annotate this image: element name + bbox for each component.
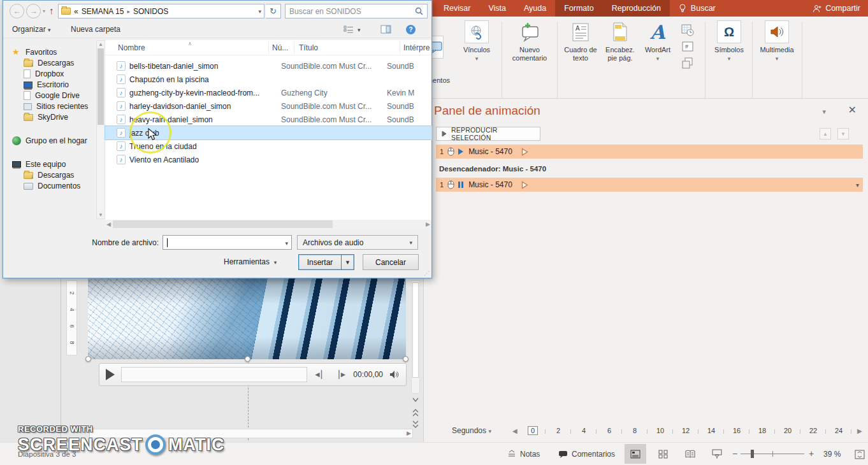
date-time-button[interactable]: [678, 22, 697, 38]
insert-button-label[interactable]: Insertar: [299, 255, 341, 269]
animation-item-row[interactable]: 1Music - 5470▾: [436, 178, 863, 192]
next-slide-button[interactable]: [411, 419, 420, 429]
resize-handle[interactable]: [85, 356, 91, 362]
tools-menu[interactable]: Herramientas ▾: [224, 257, 277, 266]
scroll-up-arrow[interactable]: ▲: [97, 41, 105, 47]
search-input[interactable]: Buscar en SONIDOS: [285, 4, 428, 18]
ribbon-tab-revisar[interactable]: Revisar: [435, 0, 479, 17]
new-comment-button[interactable]: Nuevo comentario: [505, 19, 554, 94]
sidebar-group-grupo-en-el-hogar[interactable]: Grupo en el hogar: [12, 136, 96, 145]
ribbon-tab-reproduccio-n[interactable]: Reproducción: [603, 0, 670, 17]
insert-button[interactable]: Insertar ▼: [298, 254, 354, 270]
resize-grip[interactable]: ⋰: [424, 270, 430, 276]
ribbon-tab-vista[interactable]: Vista: [479, 0, 515, 17]
column-name[interactable]: Nombre: [118, 43, 145, 52]
slideshow-view-button[interactable]: [706, 444, 728, 464]
sidebar-item-descargas[interactable]: Descargas: [24, 59, 96, 68]
slide-picture[interactable]: [88, 278, 406, 359]
sidebar-item-documentos[interactable]: Documentos: [24, 182, 96, 190]
zoom-slider-thumb[interactable]: [751, 450, 754, 458]
slide-sorter-view-button[interactable]: [653, 444, 674, 464]
column-separator[interactable]: [268, 41, 269, 54]
zoom-out-button[interactable]: −: [730, 448, 739, 459]
reading-view-button[interactable]: [679, 444, 701, 464]
new-folder-button[interactable]: Nueva carpeta: [71, 25, 120, 34]
column-separator[interactable]: [294, 41, 294, 54]
symbols-button[interactable]: Ω Símbolos ▾: [709, 19, 749, 94]
timeline-scroll-right[interactable]: ▶: [857, 427, 862, 434]
sidebar-item-escritorio[interactable]: Escritorio: [24, 80, 96, 89]
wordart-button[interactable]: A WordArt ▾: [640, 19, 676, 94]
back-button[interactable]: ←: [10, 4, 24, 18]
step-forward-button[interactable]: ▕►: [333, 370, 347, 379]
scroll-down-button[interactable]: [411, 395, 420, 405]
play-button[interactable]: [106, 369, 115, 380]
list-item[interactable]: ♪Viento en Acantilado: [105, 153, 431, 166]
sidebar-item-descargas[interactable]: Descargas: [24, 171, 96, 180]
column-separator[interactable]: [400, 41, 400, 54]
comments-button[interactable]: Comentarios: [558, 443, 615, 465]
chevron-down-icon[interactable]: ▾: [285, 240, 288, 247]
sidebar-group-favoritos[interactable]: ★Favoritos: [12, 48, 96, 57]
sidebar-scrollbar[interactable]: ▲ ▼: [96, 40, 105, 219]
recent-locations-dropdown[interactable]: ▾: [43, 8, 45, 14]
fit-slide-button[interactable]: [849, 445, 868, 464]
animation-item-row[interactable]: 1Music - 5470: [436, 145, 863, 159]
previous-slide-button[interactable]: [411, 408, 420, 418]
chevron-down-icon[interactable]: ▾: [358, 27, 361, 33]
column-artist[interactable]: Intérpre: [403, 43, 430, 52]
multimedia-button[interactable]: Multimedia ▾: [755, 19, 799, 94]
list-horizontal-scrollbar[interactable]: ◀ ▶: [105, 220, 431, 229]
ribbon-tab-ayuda[interactable]: Ayuda: [515, 0, 555, 17]
share-button[interactable]: Compartir: [813, 0, 860, 17]
column-title[interactable]: Título: [299, 43, 318, 52]
views-button[interactable]: [344, 25, 354, 34]
forward-button[interactable]: →: [26, 4, 41, 18]
resize-handle[interactable]: [245, 356, 250, 362]
preview-pane-button[interactable]: [380, 25, 391, 34]
scrollbar-thumb[interactable]: [98, 48, 104, 125]
cancel-button[interactable]: Cancelar: [363, 254, 419, 270]
move-earlier-button[interactable]: ▲: [820, 128, 831, 140]
scroll-down-arrow[interactable]: ▼: [97, 212, 105, 218]
normal-view-button[interactable]: [625, 444, 646, 464]
object-button[interactable]: [678, 55, 697, 71]
list-item[interactable]: ♪bells-tibetan-daniel_simonSoundBible.co…: [105, 59, 431, 73]
refresh-button[interactable]: ↻: [266, 4, 281, 18]
help-button[interactable]: ?: [406, 25, 416, 34]
address-bar[interactable]: « SEMANA 15 ▸ SONIDOS ▾: [58, 4, 264, 18]
scroll-left-arrow[interactable]: ◀: [106, 221, 111, 227]
insert-dropdown-arrow[interactable]: ▼: [341, 255, 354, 269]
step-back-button[interactable]: ◄▏: [314, 370, 327, 379]
filename-input[interactable]: ▾: [163, 235, 292, 250]
chevron-down-icon[interactable]: ▾: [822, 108, 826, 116]
scrollbar-thumb[interactable]: [113, 220, 333, 228]
sidebar-item-sitios-recientes[interactable]: Sitios recientes: [24, 102, 96, 111]
header-footer-button[interactable]: Encabez. pie pág.: [602, 19, 639, 94]
slide-vertical-scrollbar[interactable]: [411, 280, 420, 394]
close-icon[interactable]: ✕: [848, 104, 857, 116]
breadcrumb-segment[interactable]: SEMANA 15: [82, 7, 124, 16]
ribbon-tab-buscar[interactable]: Buscar: [670, 0, 725, 17]
slide-number-button[interactable]: #: [678, 38, 697, 55]
breadcrumb-segment[interactable]: SONIDOS: [133, 7, 168, 16]
timeline-scroll-left[interactable]: ◀: [512, 427, 517, 434]
filetype-select[interactable]: Archivos de audio ▾: [297, 235, 418, 250]
move-later-button[interactable]: ▼: [837, 128, 849, 140]
seek-bar[interactable]: [121, 367, 307, 382]
zoom-percentage[interactable]: 39 %: [823, 450, 841, 459]
sidebar-item-google-drive[interactable]: Google Drive: [24, 91, 96, 100]
organize-menu[interactable]: Organizar ▾: [12, 25, 51, 34]
resize-handle[interactable]: [403, 356, 409, 362]
column-number[interactable]: Nú...: [272, 43, 288, 52]
ribbon-tab-formato[interactable]: Formato: [555, 0, 603, 17]
sidebar-group-este-equipo[interactable]: Este equipo: [12, 160, 96, 169]
scroll-right-arrow[interactable]: ▶: [407, 430, 411, 436]
up-button[interactable]: ↑: [49, 5, 54, 16]
mute-button[interactable]: [389, 370, 400, 379]
sidebar-item-skydrive[interactable]: SkyDrive: [24, 113, 96, 122]
links-button[interactable]: Vínculos ▾: [454, 19, 500, 94]
text-box-button[interactable]: A Cuadro de texto: [562, 19, 599, 94]
pane-divider[interactable]: [61, 278, 61, 442]
chevron-down-icon[interactable]: ▾: [258, 8, 261, 15]
